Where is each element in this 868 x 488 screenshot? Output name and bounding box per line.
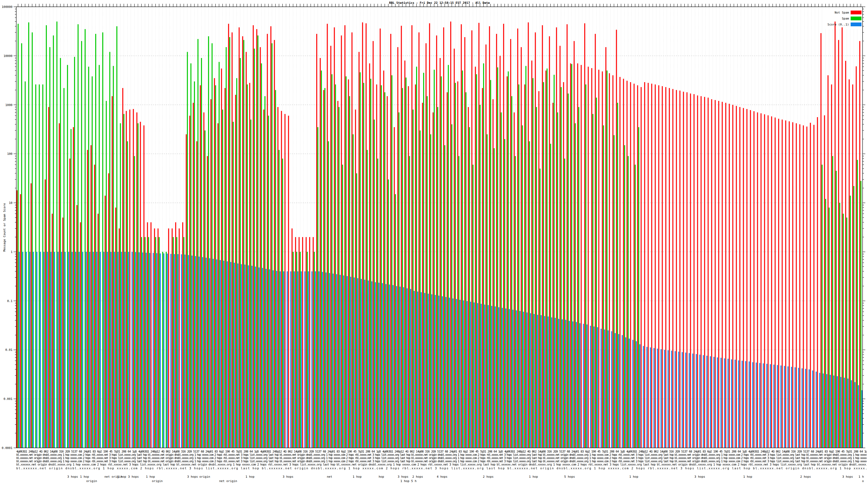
svg-text:10000: 10000 [3,54,12,58]
x-label-fragment: 1 hop [743,475,752,479]
svg-text:1: 1 [10,250,12,254]
legend-swatch [850,23,862,26]
x-label-fragment: 1 hop [80,475,89,479]
x-label-fragment: 1 hop [529,475,538,479]
grid-horizontal [16,56,863,399]
svg-text:100: 100 [7,152,12,156]
x-label-fragment: 3 hops [694,475,705,479]
x-label-fragment: 5 hops [564,475,575,479]
y-axis-title: Message Count or Spam Score [3,203,6,252]
x-label-fragment: 1 hop [352,475,362,479]
x-label-fragment: 1 hop 5 h [400,479,416,483]
x-label-smear-row: bl.xxxxxx.net origin dnsbl.xxxxx.org 1 h… [16,463,867,466]
plot-border [16,7,863,448]
x-label-fragment: 1 hop [117,475,126,479]
x-label-fragment: 2 hops [412,475,423,479]
x-label-fragment: hop [379,475,384,479]
x-label-fragment: 3 hops [67,475,78,479]
svg-text:0.01: 0.01 [5,348,13,352]
legend-label: Score (0..1) [828,23,849,26]
x-label-fragment: 1 hop [146,475,155,479]
x-label-fragment: 3 hops [283,475,293,479]
x-label-fragment: 1 hop [629,475,638,479]
x-label-smear-row: bl.xxxxxx.net origin dnsbl.xxxxx.org 1 h… [16,466,867,470]
svg-text:0.0001: 0.0001 [2,446,12,450]
x-label-fragment: origin [86,479,97,483]
x-label-fragment: 2 hops [483,475,494,479]
x-label-fragment: o [862,479,864,483]
x-label-fragment: 1 hop [246,475,254,479]
x-label-fragment: 4 hops [437,475,447,479]
svg-text:1000: 1000 [5,103,13,107]
legend-swatch [850,17,862,20]
rbl-statistics-chart: 1000001000010001001010.10.010.0010.0001R… [0,0,868,488]
plot-canvas: 1000001000010001001010.10.010.0010.0001R… [0,0,868,488]
x-label-fragment: 3 hops [398,475,408,479]
legend-label: Spam [842,17,849,20]
x-label-fragment: origin [152,479,163,483]
x-label-fragment: 3 hops [187,475,198,479]
x-label-fragment: origin [199,475,210,479]
svg-text:100000: 100000 [2,5,12,9]
x-label-fragment: 1 h [859,475,864,479]
svg-text:10: 10 [9,201,12,205]
x-label-fragment: 3 hops [128,475,139,479]
chart-title: RBL Statistics - Fri Dec 22 12:58:15 EST… [389,1,490,5]
legend-label: Not Spam [835,11,849,14]
grid-vertical [18,7,861,448]
legend-swatch [850,10,862,14]
x-label-fragment: 3 hops [842,475,853,479]
x-label-fragment: 2 hops [800,475,811,479]
svg-text:0.1: 0.1 [7,299,12,303]
x-label-fragment: net origin [219,479,237,483]
x-label-fragment: net [327,475,332,479]
svg-text:0.001: 0.001 [3,397,12,401]
